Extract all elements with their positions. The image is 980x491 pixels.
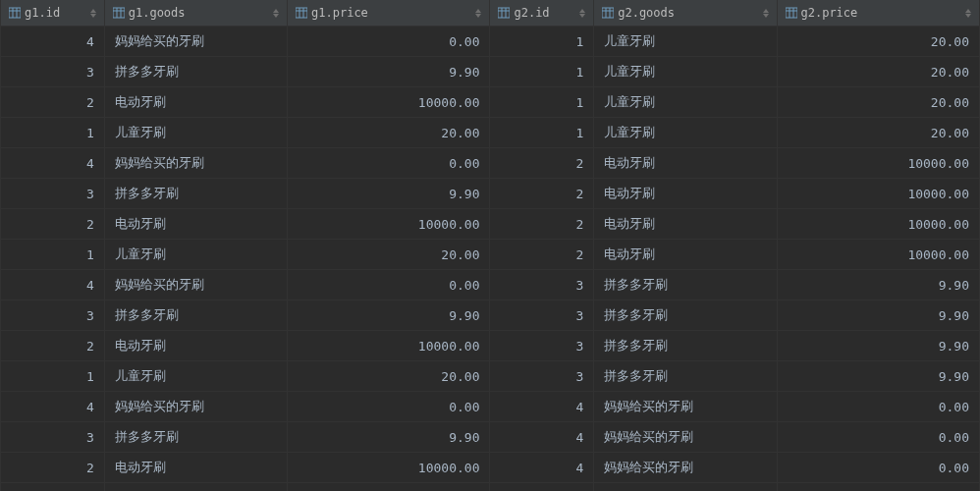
cell-g1-id: 3 (1, 422, 105, 453)
column-label: g2.goods (618, 6, 675, 20)
column-label: g2.price (801, 6, 858, 20)
table-row[interactable]: 2电动牙刷10000.003拼多多牙刷9.90 (1, 331, 980, 361)
table-row[interactable]: 1儿童牙刷20.003拼多多牙刷9.90 (1, 361, 980, 392)
cell-g1-goods: 电动牙刷 (104, 209, 287, 240)
table-header: g1.idg1.goodsg1.priceg2.idg2.goodsg2.pri… (1, 0, 980, 27)
table-row[interactable]: 3拼多多牙刷9.904妈妈给买的牙刷0.00 (1, 422, 980, 453)
cell-g2-price: 0.00 (777, 392, 980, 422)
cell-g1-goods: 妈妈给买的牙刷 (104, 270, 287, 300)
cell-g2-price: 10000.00 (777, 148, 980, 179)
column-label: g1.goods (129, 6, 186, 20)
cell-g1-id: 4 (1, 270, 105, 300)
table-row[interactable]: 4妈妈给买的牙刷0.004妈妈给买的牙刷0.00 (1, 392, 980, 422)
cell-g1-price: 10000.00 (288, 209, 490, 240)
column-header[interactable]: g2.price (777, 0, 980, 27)
svg-rect-8 (296, 8, 307, 18)
cell-g2-price: 10000.00 (777, 179, 980, 209)
column-label: g1.price (311, 6, 368, 20)
cell-g2-id: 1 (490, 27, 594, 57)
svg-rect-4 (113, 8, 125, 18)
cell-g2-id: 4 (490, 422, 594, 453)
table-row[interactable]: 1儿童牙刷20.002电动牙刷10000.00 (1, 240, 980, 270)
table-row[interactable]: 4妈妈给买的牙刷0.002电动牙刷10000.00 (1, 148, 980, 179)
table-row[interactable]: 3拼多多牙刷9.902电动牙刷10000.00 (1, 179, 980, 209)
column-header[interactable]: g2.goods (594, 0, 777, 27)
cell-g2-id: 4 (490, 483, 594, 492)
sort-icon[interactable] (475, 9, 481, 18)
sort-icon[interactable] (763, 9, 769, 18)
cell-g1-id: 1 (1, 118, 105, 148)
cell-g1-goods: 妈妈给买的牙刷 (104, 27, 287, 57)
cell-g1-goods: 拼多多牙刷 (104, 179, 287, 209)
cell-g1-goods: 儿童牙刷 (104, 118, 287, 148)
cell-g2-price: 0.00 (777, 453, 980, 483)
table-row[interactable]: 3拼多多牙刷9.901儿童牙刷20.00 (1, 57, 980, 87)
table-row[interactable]: 4妈妈给买的牙刷0.001儿童牙刷20.00 (1, 27, 980, 57)
cell-g2-id: 2 (490, 148, 594, 179)
cell-g1-id: 4 (1, 148, 105, 179)
cell-g1-price: 9.90 (288, 57, 490, 87)
cell-g1-price: 9.90 (288, 179, 490, 209)
table-row[interactable]: 4妈妈给买的牙刷0.003拼多多牙刷9.90 (1, 270, 980, 300)
column-header[interactable]: g1.price (288, 0, 490, 27)
cell-g1-price: 20.00 (288, 240, 490, 270)
cell-g1-price: 0.00 (288, 27, 490, 57)
cell-g2-price: 20.00 (777, 118, 980, 148)
cell-g1-id: 2 (1, 87, 105, 118)
table-row[interactable]: 1儿童牙刷20.004妈妈给买的牙刷0.00 (1, 483, 980, 492)
cell-g2-goods: 拼多多牙刷 (594, 300, 777, 331)
cell-g1-price: 0.00 (288, 392, 490, 422)
cell-g1-price: 20.00 (288, 361, 490, 392)
cell-g2-id: 2 (490, 209, 594, 240)
column-icon (296, 7, 307, 19)
table-row[interactable]: 2电动牙刷10000.001儿童牙刷20.00 (1, 87, 980, 118)
cell-g2-id: 1 (490, 87, 594, 118)
cell-g1-id: 4 (1, 27, 105, 57)
cell-g2-price: 20.00 (777, 57, 980, 87)
column-header[interactable]: g1.goods (104, 0, 287, 27)
cell-g1-price: 20.00 (288, 118, 490, 148)
table-row[interactable]: 2电动牙刷10000.004妈妈给买的牙刷0.00 (1, 453, 980, 483)
cell-g2-price: 9.90 (777, 331, 980, 361)
cell-g1-id: 3 (1, 300, 105, 331)
cell-g1-goods: 电动牙刷 (104, 453, 287, 483)
cell-g1-goods: 拼多多牙刷 (104, 57, 287, 87)
table-row[interactable]: 2电动牙刷10000.002电动牙刷10000.00 (1, 209, 980, 240)
cell-g2-id: 3 (490, 361, 594, 392)
cell-g2-goods: 电动牙刷 (594, 209, 777, 240)
sort-icon[interactable] (579, 9, 585, 18)
cell-g1-goods: 拼多多牙刷 (104, 422, 287, 453)
column-label: g2.id (514, 6, 549, 20)
cell-g2-goods: 拼多多牙刷 (594, 270, 777, 300)
column-icon (113, 7, 125, 19)
cell-g2-id: 3 (490, 331, 594, 361)
table-row[interactable]: 1儿童牙刷20.001儿童牙刷20.00 (1, 118, 980, 148)
cell-g1-goods: 妈妈给买的牙刷 (104, 392, 287, 422)
cell-g1-goods: 电动牙刷 (104, 87, 287, 118)
sort-icon[interactable] (965, 9, 971, 18)
table-body: 4妈妈给买的牙刷0.001儿童牙刷20.003拼多多牙刷9.901儿童牙刷20.… (1, 27, 980, 492)
result-table: g1.idg1.goodsg1.priceg2.idg2.goodsg2.pri… (0, 0, 980, 491)
cell-g1-id: 2 (1, 209, 105, 240)
cell-g2-price: 0.00 (777, 422, 980, 453)
cell-g1-price: 10000.00 (288, 87, 490, 118)
sort-icon[interactable] (90, 9, 96, 18)
table-row[interactable]: 3拼多多牙刷9.903拼多多牙刷9.90 (1, 300, 980, 331)
cell-g1-id: 3 (1, 57, 105, 87)
cell-g1-goods: 电动牙刷 (104, 331, 287, 361)
column-icon (9, 7, 21, 19)
cell-g1-goods: 儿童牙刷 (104, 240, 287, 270)
sort-icon[interactable] (273, 9, 279, 18)
cell-g1-id: 1 (1, 483, 105, 492)
svg-rect-16 (602, 8, 614, 18)
cell-g2-price: 9.90 (777, 270, 980, 300)
column-header[interactable]: g2.id (490, 0, 594, 27)
cell-g2-id: 2 (490, 240, 594, 270)
cell-g2-price: 9.90 (777, 361, 980, 392)
column-header[interactable]: g1.id (1, 0, 105, 27)
cell-g2-id: 4 (490, 392, 594, 422)
svg-rect-12 (498, 8, 510, 18)
cell-g1-price: 10000.00 (288, 453, 490, 483)
cell-g2-goods: 电动牙刷 (594, 240, 777, 270)
cell-g2-goods: 妈妈给买的牙刷 (594, 453, 777, 483)
